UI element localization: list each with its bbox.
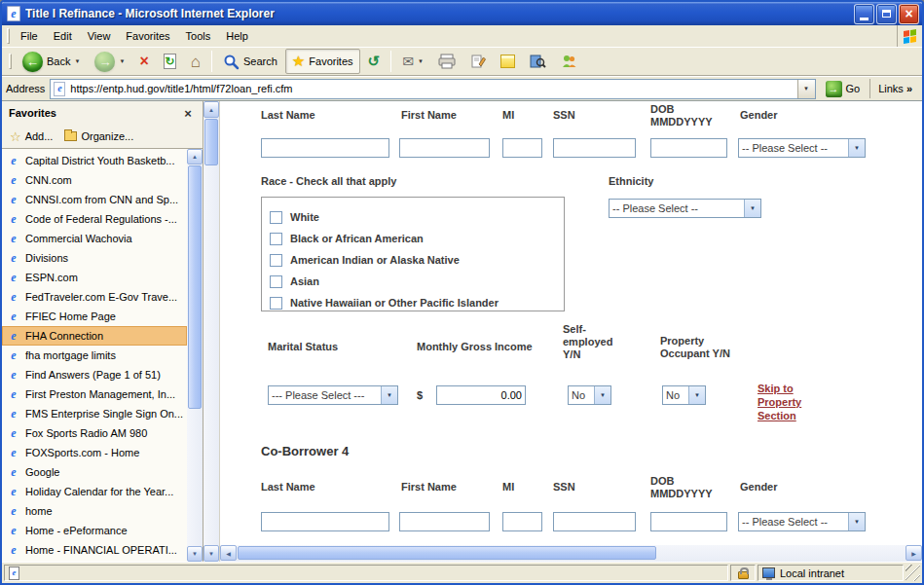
favorites-item[interactable]: Capital District Youth Basketb... [2,151,187,170]
close-button[interactable] [899,4,919,24]
race-option-american-indian[interactable]: American Indian or Alaska Native [270,249,564,271]
scroll-left-button[interactable] [220,545,237,561]
last-name-input[interactable] [261,138,389,158]
chevron-down-icon[interactable] [848,139,865,157]
stop-button[interactable] [132,49,155,74]
favorites-close-button[interactable] [180,105,196,121]
frame-vertical-scrollbar[interactable] [203,101,220,562]
favorites-item[interactable]: Google [2,462,187,482]
links-toolbar[interactable]: Links [869,79,918,98]
favorites-item[interactable]: home [2,501,187,521]
favorites-item[interactable]: Divisions [2,248,187,268]
favorites-item[interactable]: Commercial Wachovia [2,229,187,248]
organize-favorites-button[interactable]: Organize... [64,130,133,142]
checkbox[interactable] [270,297,282,310]
scrollbar-thumb[interactable] [204,119,218,165]
address-dropdown-button[interactable] [797,80,815,98]
dob-input-2[interactable] [650,512,727,531]
scroll-right-button[interactable] [906,545,922,561]
history-button[interactable] [361,49,388,74]
favorites-item[interactable]: Holiday Calendar for the Year... [2,482,187,501]
horizontal-scrollbar[interactable] [220,545,922,562]
scrollbar-thumb[interactable] [238,546,656,560]
favorites-item[interactable]: CNNSI.com from CNN and Sp... [2,190,187,209]
edit-button[interactable] [463,49,493,74]
menu-item-view[interactable]: View [80,26,119,46]
menu-item-edit[interactable]: Edit [46,26,80,46]
favorites-item[interactable]: Find Answers (Page 1 of 51) [2,365,187,384]
chevron-down-icon[interactable] [688,386,705,404]
race-option-white[interactable]: White [270,206,564,228]
messenger-button[interactable] [554,49,583,74]
scroll-down-button[interactable] [187,546,203,562]
favorites-item[interactable]: CNN.com [2,170,187,190]
checkbox[interactable] [270,275,282,288]
checkbox[interactable] [270,254,282,267]
forward-button[interactable] [88,49,131,74]
checkbox[interactable] [270,233,282,245]
discuss-button[interactable] [494,49,522,74]
race-option-asian[interactable]: Asian [270,271,564,292]
menu-item-tools[interactable]: Tools [178,26,219,46]
toolbar-grip[interactable] [9,54,12,69]
favorites-item[interactable]: FMS Enterprise Single Sign On... [2,404,187,423]
scrollbar-thumb[interactable] [188,165,202,409]
back-button[interactable]: Back [16,49,87,74]
go-button[interactable]: Go [821,80,866,98]
scroll-up-button[interactable] [203,101,219,118]
favorites-scrollbar[interactable] [187,149,203,562]
minimize-button[interactable] [854,4,874,24]
first-name-input-2[interactable] [399,512,490,531]
print-button[interactable] [431,49,462,74]
favorites-item[interactable]: Code of Federal Regulations -... [2,209,187,229]
race-option-black[interactable]: Black or African American [270,228,564,249]
marital-status-select[interactable]: --- Please Select --- [268,385,398,405]
gender-select[interactable]: -- Please Select -- [738,138,866,158]
gender-select-2[interactable]: -- Please Select -- [738,512,866,531]
favorites-item[interactable]: FOXSports.com - Home [2,443,187,462]
maximize-button[interactable] [876,4,897,24]
favorites-item-selected[interactable]: FHA Connection [2,326,187,346]
chevron-down-icon[interactable] [594,386,610,404]
property-occupant-select[interactable]: No [662,385,706,405]
favorites-item[interactable]: ESPN.com [2,268,187,287]
income-input[interactable] [436,385,526,405]
chevron-down-icon[interactable] [744,200,760,217]
chevron-down-icon[interactable] [848,513,865,530]
race-option-hawaiian[interactable]: Native Hawaiian or Other Pacific Islande… [270,292,564,313]
address-input[interactable]: https://entp.hud.gov/title1/html/f72loan… [50,79,815,99]
search-button[interactable]: Search [216,49,284,74]
ethnicity-select[interactable]: -- Please Select -- [609,199,761,218]
ssn-input[interactable] [553,138,636,158]
favorites-item[interactable]: FFIEC Home Page [2,307,187,326]
address-url[interactable]: https://entp.hud.gov/title1/html/f72loan… [70,83,796,94]
ssn-input-2[interactable] [553,512,636,531]
favorites-item[interactable]: FedTraveler.com E-Gov Trave... [2,287,187,307]
chevron-down-icon[interactable] [381,386,397,404]
scroll-up-button[interactable] [187,149,203,165]
mi-input[interactable] [502,138,542,158]
mail-button[interactable] [395,49,430,74]
resize-grip[interactable] [906,565,920,581]
last-name-input-2[interactable] [261,512,389,531]
favorites-item[interactable]: Home - ePeformance [2,521,187,540]
first-name-input[interactable] [399,138,490,158]
favorites-item[interactable]: fha mortgage limits [2,346,187,365]
menu-item-favorites[interactable]: Favorites [118,26,177,46]
home-button[interactable] [184,49,207,74]
skip-to-property-link[interactable]: Skip to Property Section [758,382,801,422]
menu-item-help[interactable]: Help [218,26,256,46]
refresh-button[interactable] [157,49,183,74]
favorites-button[interactable]: Favorites [285,49,360,74]
favorites-item[interactable]: Fox Sports Radio AM 980 [2,423,187,443]
titlebar[interactable]: Title I Refinance - Microsoft Internet E… [2,2,922,25]
dob-input[interactable] [650,138,727,158]
favorites-item[interactable]: First Preston Management, In... [2,384,187,404]
self-employed-select[interactable]: No [568,385,611,405]
scroll-down-button[interactable] [203,545,219,562]
menu-item-file[interactable]: File [13,26,46,46]
checkbox[interactable] [270,211,282,224]
mi-input-2[interactable] [502,512,542,531]
toolbar-grip[interactable] [7,28,10,44]
favorites-item[interactable]: Home - FINANCIAL OPERATI... [2,540,187,560]
